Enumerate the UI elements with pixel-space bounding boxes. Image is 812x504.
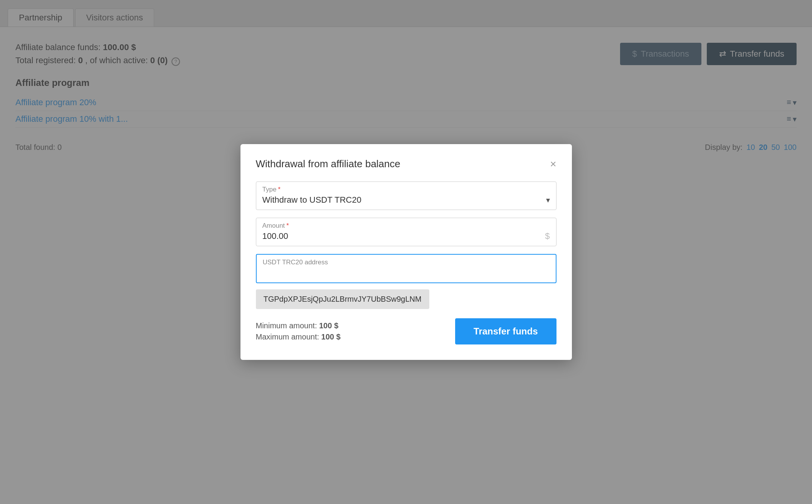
modal-title: Withdrawal from affiliate balance bbox=[256, 158, 400, 170]
type-field-row[interactable]: Withdraw to USDT TRC20 ▾ bbox=[262, 195, 550, 205]
address-label: USDT TRC20 address bbox=[263, 259, 550, 266]
amount-field-row: 100.00 $ bbox=[262, 231, 550, 241]
amount-required-star: * bbox=[286, 222, 289, 230]
modal-transfer-button[interactable]: Transfer funds bbox=[455, 318, 556, 344]
amount-value: 100.00 bbox=[262, 231, 288, 241]
address-field-group[interactable]: USDT TRC20 address bbox=[256, 254, 556, 283]
type-required-star: * bbox=[278, 186, 281, 193]
modal-close-button[interactable]: × bbox=[550, 159, 556, 170]
type-field-group: Type * Withdraw to USDT TRC20 ▾ bbox=[256, 181, 556, 210]
modal: Withdrawal from affiliate balance × Type… bbox=[240, 144, 572, 360]
dropdown-arrow-icon: ▾ bbox=[546, 195, 550, 205]
amount-field-group: Amount * 100.00 $ bbox=[256, 218, 556, 246]
max-amount-line: Maximum amount: 100 $ bbox=[256, 333, 341, 341]
autocomplete-value: TGPdpXPJEsjQpJu2LBrmvJY7UbBSw9gLNM bbox=[264, 295, 422, 303]
max-amount-label: Maximum amount: bbox=[256, 333, 319, 341]
modal-header: Withdrawal from affiliate balance × bbox=[256, 158, 556, 170]
modal-overlay: Withdrawal from affiliate balance × Type… bbox=[0, 0, 812, 504]
bottom-row: Minimum amount: 100 $ Maximum amount: 10… bbox=[256, 318, 556, 344]
amount-label: Amount * bbox=[262, 222, 550, 230]
address-input[interactable] bbox=[263, 268, 550, 278]
type-label: Type * bbox=[262, 186, 550, 193]
autocomplete-dropdown[interactable]: TGPdpXPJEsjQpJu2LBrmvJY7UbBSw9gLNM bbox=[256, 289, 429, 309]
min-amount-label: Minimum amount: bbox=[256, 321, 317, 330]
amount-info: Minimum amount: 100 $ Maximum amount: 10… bbox=[256, 321, 341, 341]
type-value: Withdraw to USDT TRC20 bbox=[262, 195, 361, 205]
max-amount-value: 100 $ bbox=[321, 333, 341, 341]
min-amount-value: 100 $ bbox=[319, 321, 338, 330]
dollar-icon: $ bbox=[545, 231, 550, 241]
min-amount-line: Minimum amount: 100 $ bbox=[256, 321, 341, 330]
